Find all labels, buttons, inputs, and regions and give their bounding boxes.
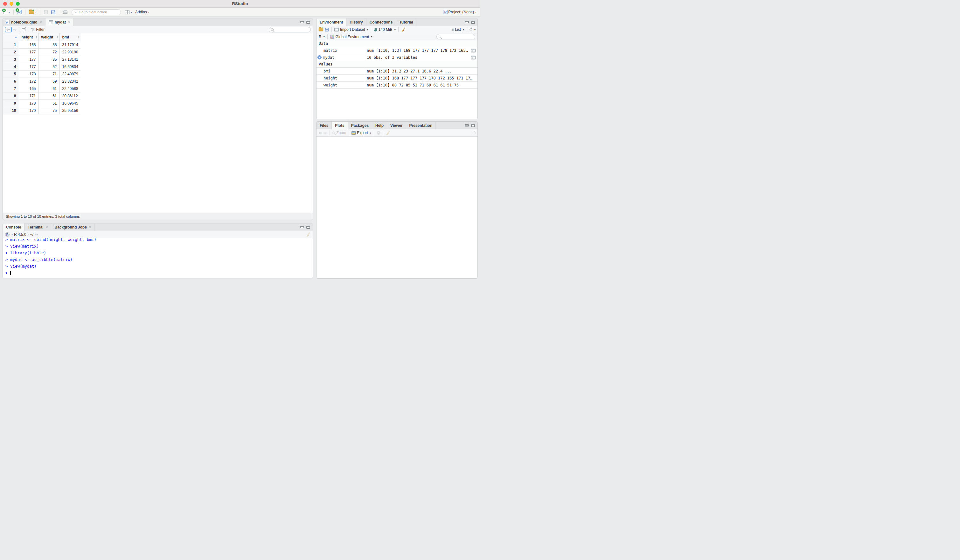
data-grid-icon bbox=[49, 20, 53, 24]
clear-console-icon[interactable] bbox=[306, 232, 310, 237]
table-status-bar: Showing 1 to 10 of 10 entries, 3 total c… bbox=[3, 213, 313, 220]
clear-environment-icon[interactable] bbox=[401, 27, 406, 32]
table-search-input[interactable] bbox=[275, 28, 307, 32]
column-header-height[interactable]: height▲▼ bbox=[19, 34, 38, 41]
tab-connections[interactable]: Connections bbox=[366, 18, 396, 26]
print-button[interactable] bbox=[62, 10, 69, 14]
addins-button[interactable]: Addins▾ bbox=[134, 9, 150, 15]
environment-search-box[interactable] bbox=[437, 34, 475, 40]
tab-packages[interactable]: Packages bbox=[348, 122, 372, 129]
view-data-grid-icon[interactable] bbox=[471, 56, 475, 59]
project-menu-button[interactable]: R Project: (None) ▾ bbox=[442, 9, 477, 15]
row-number-cell: 10 bbox=[3, 107, 19, 114]
view-data-grid-icon[interactable] bbox=[471, 49, 475, 53]
tab-files[interactable]: Files bbox=[317, 122, 332, 129]
tab-history[interactable]: History bbox=[346, 18, 366, 26]
open-folder-icon bbox=[29, 10, 34, 14]
search-icon bbox=[438, 36, 441, 38]
console-line: > matrix <- cbind(height, weight, bmi) bbox=[5, 238, 310, 243]
tab-environment[interactable]: Environment bbox=[317, 18, 346, 26]
refresh-icon[interactable] bbox=[469, 28, 472, 31]
workspace-panes-button[interactable]: ▾ bbox=[124, 10, 133, 14]
tab-plots[interactable]: Plots bbox=[332, 122, 348, 129]
list-view-button[interactable]: List bbox=[455, 27, 461, 32]
chevron-down-icon: ▾ bbox=[394, 28, 396, 31]
environment-selector[interactable]: Global Environment bbox=[336, 35, 369, 39]
goto-file-function-box[interactable]: ➣ bbox=[72, 9, 121, 15]
new-file-button[interactable]: ▾ bbox=[3, 9, 11, 15]
chevron-down-icon[interactable]: ▾ bbox=[11, 233, 13, 236]
close-icon[interactable]: × bbox=[40, 20, 42, 24]
tab-tutorial[interactable]: Tutorial bbox=[396, 18, 416, 26]
table-search-box[interactable] bbox=[269, 27, 311, 32]
chevron-down-icon: ▾ bbox=[370, 132, 371, 134]
maximize-pane-icon[interactable] bbox=[471, 21, 475, 24]
env-row-height[interactable]: heightnum [1:10] 168 177 177 177 178 172… bbox=[317, 75, 477, 82]
console-prompt-line[interactable]: > bbox=[5, 270, 310, 276]
tab-notebook.qmd[interactable]: notebook.qmd× bbox=[3, 18, 45, 26]
open-file-button[interactable]: ▾ bbox=[28, 10, 38, 14]
column-header-weight[interactable]: weight▲▼ bbox=[38, 34, 59, 41]
row-number-header[interactable]: ▲ bbox=[3, 34, 19, 41]
save-workspace-icon[interactable] bbox=[325, 28, 329, 32]
console-pane: ConsoleTerminal×Background Jobs× R ▾ R 4… bbox=[3, 223, 313, 278]
minimize-pane-icon[interactable] bbox=[300, 226, 304, 228]
export-plot-button[interactable]: Export bbox=[357, 131, 368, 135]
remove-plot-icon[interactable]: ✕ bbox=[377, 131, 381, 135]
expand-icon[interactable]: ▸ bbox=[317, 55, 322, 59]
env-name-text: matrix bbox=[323, 48, 337, 53]
console-output[interactable]: > bmi = weight/((height/100)^2)> matrix … bbox=[3, 238, 313, 278]
previous-plot-icon[interactable]: ⇦ bbox=[318, 131, 322, 135]
working-directory-link[interactable]: ~/ bbox=[30, 232, 34, 237]
table-row: 101707525.95156 bbox=[3, 107, 81, 114]
tab-label: Files bbox=[320, 123, 328, 128]
env-object-name: height bbox=[317, 75, 364, 81]
close-icon[interactable]: × bbox=[68, 20, 70, 24]
new-project-button[interactable]: R bbox=[16, 9, 22, 15]
refresh-plots-icon[interactable] bbox=[473, 132, 475, 134]
tab-help[interactable]: Help bbox=[372, 122, 387, 129]
filter-button[interactable]: Filter bbox=[36, 27, 45, 32]
close-icon[interactable]: × bbox=[89, 225, 91, 230]
column-header-bmi[interactable]: bmi▲▼ bbox=[59, 34, 81, 41]
minimize-pane-icon[interactable] bbox=[300, 21, 304, 23]
weight-cell: 88 bbox=[38, 41, 59, 48]
save-button[interactable] bbox=[43, 10, 49, 15]
zoom-plot-icon bbox=[333, 132, 335, 134]
save-all-button[interactable] bbox=[50, 10, 56, 15]
tab-mydat[interactable]: mydat× bbox=[45, 18, 74, 26]
goto-file-function-input[interactable] bbox=[78, 10, 114, 14]
import-dataset-button[interactable]: Import Dataset bbox=[340, 27, 365, 32]
minimize-pane-icon[interactable] bbox=[465, 124, 469, 126]
chevron-down-icon: ▾ bbox=[371, 35, 372, 38]
env-row-bmi[interactable]: bminum [1:10] 31.2 23 27.1 16.6 22.4 ... bbox=[317, 68, 477, 75]
load-workspace-icon[interactable] bbox=[319, 28, 323, 32]
zoom-plot-button[interactable]: Zoom bbox=[336, 131, 346, 135]
tab-terminal[interactable]: Terminal× bbox=[24, 223, 51, 231]
tab-presentation[interactable]: Presentation bbox=[406, 122, 436, 129]
env-row-matrix[interactable]: matrixnum [1:10, 1:3] 168 177 177 177 17… bbox=[317, 47, 477, 54]
maximize-pane-icon[interactable] bbox=[306, 21, 310, 24]
env-row-weight[interactable]: weightnum [1:10] 88 72 85 52 71 69 61 61… bbox=[317, 82, 477, 89]
memory-usage-button[interactable]: 140 MiB bbox=[379, 27, 392, 32]
clear-all-plots-icon[interactable] bbox=[386, 131, 390, 135]
height-cell: 177 bbox=[19, 63, 38, 70]
forward-arrow-icon[interactable]: ⇨ bbox=[13, 27, 17, 32]
chevron-down-icon: ▾ bbox=[463, 28, 464, 31]
back-button[interactable]: ⇦ bbox=[5, 27, 12, 32]
tab-viewer[interactable]: Viewer bbox=[387, 122, 406, 129]
open-in-new-window-icon[interactable] bbox=[22, 28, 26, 31]
maximize-pane-icon[interactable] bbox=[471, 124, 475, 127]
language-selector[interactable]: R bbox=[319, 35, 322, 39]
r-version-label: R 4.5.0 bbox=[14, 232, 26, 237]
minimize-pane-icon[interactable] bbox=[465, 21, 469, 23]
maximize-pane-icon[interactable] bbox=[306, 226, 310, 229]
close-icon[interactable]: × bbox=[45, 225, 48, 230]
env-row-mydat[interactable]: ▸mydat10 obs. of 3 variables bbox=[317, 54, 477, 61]
table-row: 91785116.09645 bbox=[3, 99, 81, 107]
tab-console[interactable]: Console bbox=[3, 223, 24, 231]
tab-background-jobs[interactable]: Background Jobs× bbox=[51, 223, 94, 231]
next-plot-icon[interactable]: ⇨ bbox=[323, 131, 327, 135]
open-directory-icon[interactable]: ↪ bbox=[35, 232, 38, 237]
environment-search-input[interactable] bbox=[442, 35, 474, 39]
